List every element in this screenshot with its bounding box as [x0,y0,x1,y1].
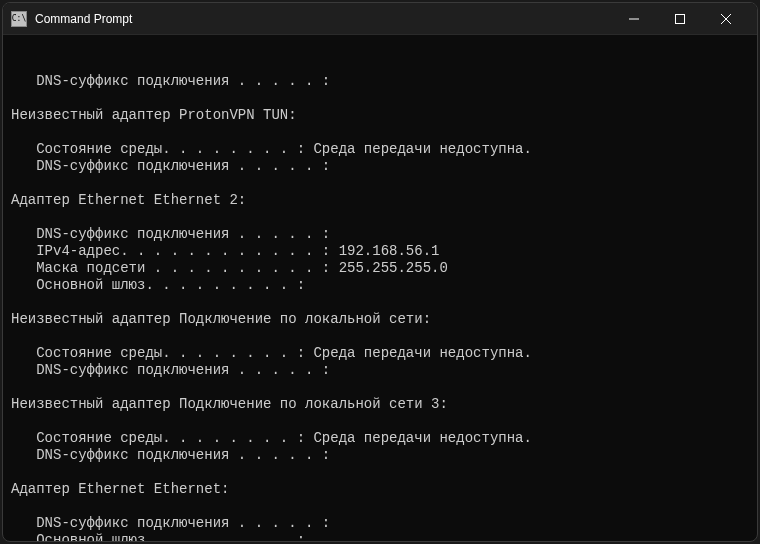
terminal-line: Неизвестный адаптер Подключение по локал… [11,396,749,413]
terminal-output[interactable]: DNS-суффикс подключения . . . . . : Неиз… [3,35,757,541]
titlebar: C:\ Command Prompt [3,3,757,35]
terminal-line: Маска подсети . . . . . . . . . . : 255.… [11,260,749,277]
terminal-line [11,464,749,481]
terminal-line [11,209,749,226]
close-icon [721,14,731,24]
terminal-line: Основной шлюз. . . . . . . . . : [11,532,749,541]
terminal-line: Состояние среды. . . . . . . . : Среда п… [11,345,749,362]
window-title: Command Prompt [35,12,611,26]
terminal-line: Состояние среды. . . . . . . . : Среда п… [11,141,749,158]
terminal-line: DNS-суффикс подключения . . . . . : [11,447,749,464]
maximize-button[interactable] [657,3,703,35]
terminal-line [11,124,749,141]
cmd-icon: C:\ [11,11,27,27]
terminal-line [11,379,749,396]
terminal-line: Адаптер Ethernet Ethernet 2: [11,192,749,209]
terminal-line: Состояние среды. . . . . . . . : Среда п… [11,430,749,447]
terminal-line: DNS-суффикс подключения . . . . . : [11,73,749,90]
minimize-button[interactable] [611,3,657,35]
terminal-line [11,294,749,311]
terminal-line [11,175,749,192]
minimize-icon [629,14,639,24]
window-controls [611,3,749,35]
terminal-line [11,498,749,515]
close-button[interactable] [703,3,749,35]
terminal-line [11,328,749,345]
terminal-line: DNS-суффикс подключения . . . . . : [11,515,749,532]
terminal-line: Основной шлюз. . . . . . . . . : [11,277,749,294]
svg-rect-1 [676,14,685,23]
maximize-icon [675,14,685,24]
terminal-line: Неизвестный адаптер ProtonVPN TUN: [11,107,749,124]
terminal-line [11,413,749,430]
terminal-line [11,90,749,107]
command-prompt-window: C:\ Command Prompt DNS-суффикс подключен… [2,2,758,542]
terminal-line: Неизвестный адаптер Подключение по локал… [11,311,749,328]
terminal-line: DNS-суффикс подключения . . . . . : [11,226,749,243]
terminal-line: IPv4-адрес. . . . . . . . . . . . : 192.… [11,243,749,260]
terminal-line: DNS-суффикс подключения . . . . . : [11,158,749,175]
terminal-line: DNS-суффикс подключения . . . . . : [11,362,749,379]
terminal-line: Адаптер Ethernet Ethernet: [11,481,749,498]
